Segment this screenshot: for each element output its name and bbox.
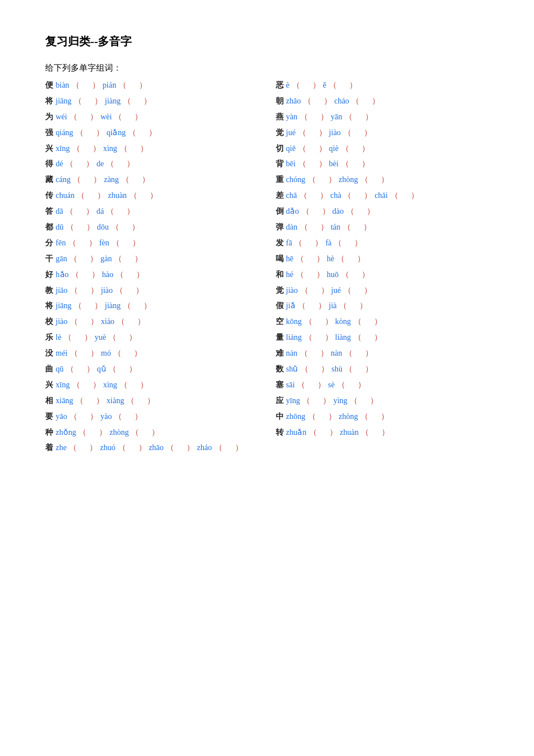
- open-paren: （: [118, 141, 140, 156]
- open-paren: （: [301, 94, 323, 109]
- close-paren: ）: [151, 425, 162, 440]
- close-paren: ）: [147, 394, 157, 408]
- chinese-char: 量: [276, 330, 286, 345]
- pinyin: kòng: [335, 314, 351, 329]
- pinyin: yàn: [286, 110, 297, 124]
- pinyin: jià: [329, 299, 337, 313]
- pinyin: wéi: [56, 110, 67, 124]
- open-paren: （: [70, 141, 92, 156]
- table-row: 将 jiāng （ ） jiàng （ ） 朝 zhāo （ ） cháo （ …: [45, 94, 489, 109]
- chinese-char: 朝: [276, 94, 286, 109]
- pinyin: pián: [103, 78, 116, 93]
- close-paren: ）: [319, 141, 329, 156]
- pinyin: fēn: [56, 236, 66, 250]
- pinyin: cháo: [334, 94, 349, 109]
- pinyin: qiē: [286, 141, 296, 156]
- pinyin: shǔ: [286, 362, 298, 377]
- open-paren: （: [344, 204, 366, 219]
- pinyin: chāi: [375, 188, 388, 203]
- pinyin: nàn: [331, 346, 342, 361]
- close-paren: ）: [319, 157, 329, 171]
- close-paren: ）: [94, 94, 105, 109]
- close-paren: ）: [99, 425, 109, 440]
- open-paren: （: [296, 141, 318, 156]
- pinyin: zhuàn: [108, 188, 127, 203]
- close-paren: ）: [132, 220, 142, 235]
- open-paren: （: [298, 346, 320, 361]
- open-paren: （: [342, 110, 364, 124]
- open-paren: （: [75, 188, 97, 203]
- pinyin: jiào: [329, 126, 341, 140]
- chinese-char: 假: [276, 299, 286, 313]
- table-row: 曲 qū （ ） qǔ （ ） 数 shǔ （ ） shù （ ）: [45, 362, 489, 377]
- chinese-char: 教: [45, 283, 55, 298]
- pinyin: dū: [56, 220, 64, 235]
- pinyin: zhuǎn: [286, 425, 306, 440]
- chinese-char: 塞: [276, 378, 286, 392]
- open-paren: （: [302, 330, 324, 345]
- chinese-char: 都: [45, 220, 55, 235]
- open-paren: （: [306, 409, 328, 424]
- pinyin: cáng: [56, 172, 71, 187]
- close-paren: ）: [90, 409, 100, 424]
- close-paren: ）: [90, 283, 101, 298]
- pinyin: bèi: [329, 157, 338, 171]
- close-paren: ）: [374, 330, 384, 345]
- pinyin: yāo: [56, 409, 67, 424]
- open-paren: （: [306, 172, 328, 187]
- pinyin: méi: [56, 346, 68, 361]
- pinyin: zhuó: [100, 440, 115, 455]
- pinyin: biàn: [56, 78, 70, 93]
- chinese-char: 重: [276, 172, 286, 187]
- close-paren: ）: [370, 394, 380, 408]
- close-paren: ）: [90, 314, 101, 329]
- pinyin: xīng: [56, 378, 70, 392]
- pinyin: bēi: [286, 157, 296, 171]
- close-paren: ）: [89, 236, 99, 250]
- close-paren: ）: [92, 78, 102, 93]
- open-paren: （: [358, 172, 380, 187]
- open-paren: （: [68, 346, 90, 361]
- pinyin: jiào: [56, 314, 68, 329]
- pinyin: jiāng: [56, 94, 72, 109]
- pinyin: gàn: [101, 252, 112, 266]
- pinyin: liáng: [286, 330, 302, 345]
- pinyin: qū: [56, 362, 64, 377]
- close-paren: ）: [411, 188, 421, 203]
- chinese-char: 和: [276, 267, 286, 282]
- chinese-char: 传: [45, 188, 55, 203]
- open-paren: （: [64, 157, 86, 171]
- open-paren: （: [111, 346, 133, 361]
- close-paren: ）: [129, 330, 139, 345]
- open-paren: （: [64, 220, 86, 235]
- open-paren: （: [127, 188, 149, 203]
- chinese-char: 倒: [276, 204, 286, 219]
- pinyin: chuán: [56, 188, 75, 203]
- open-paren: （: [121, 299, 144, 313]
- open-paren: （: [62, 330, 84, 345]
- open-paren: （: [297, 188, 319, 203]
- close-paren: ）: [92, 267, 102, 282]
- close-paren: ）: [329, 425, 340, 440]
- close-paren: ）: [362, 141, 372, 156]
- chinese-char: 切: [276, 141, 286, 156]
- close-paren: ）: [364, 283, 374, 298]
- open-paren: （: [72, 94, 94, 109]
- pinyin: yuè: [95, 330, 106, 345]
- open-paren: （: [298, 220, 320, 235]
- pinyin: nán: [286, 346, 297, 361]
- pinyin: jiàng: [105, 94, 121, 109]
- open-paren: （: [298, 110, 320, 124]
- table-row: 种 zhǒng （ ） zhòng （ ） 转 zhuǎn （ ） zhuàn …: [45, 425, 489, 440]
- table-row: 都 dū （ ） dōu （ ） 弹 dàn （ ） tán （ ）: [45, 220, 489, 235]
- intro-text: 给下列多单字组词：: [45, 63, 489, 74]
- pinyin: zhòng: [338, 172, 358, 187]
- open-paren: （: [298, 283, 320, 298]
- pinyin: yào: [101, 409, 112, 424]
- pinyin: liàng: [335, 330, 351, 345]
- close-paren: ）: [318, 299, 328, 313]
- open-paren: （: [359, 425, 381, 440]
- open-paren: （: [358, 409, 380, 424]
- open-paren: （: [348, 394, 370, 408]
- pinyin: jiǎ: [286, 299, 296, 313]
